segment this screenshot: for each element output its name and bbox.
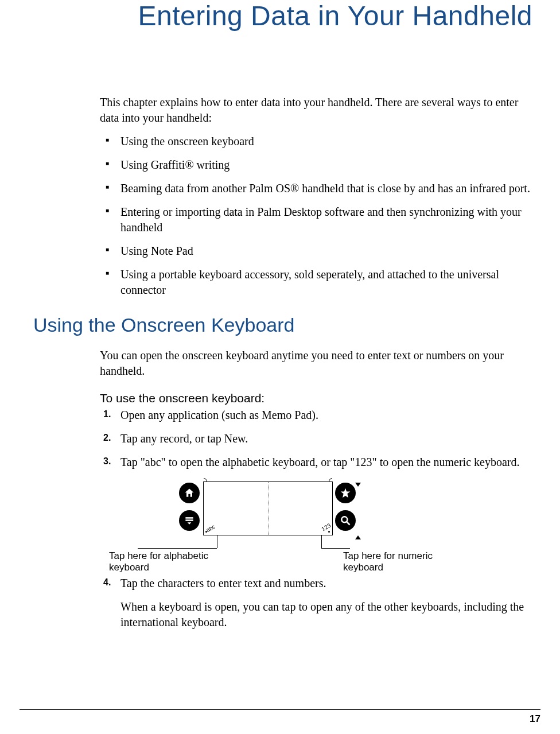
callout-numeric: Tap here for numeric keyboard <box>343 550 469 574</box>
list-item: Entering or importing data in Palm Deskt… <box>120 204 532 235</box>
graffiti-diagram: abc 123 Tap here for alphabetic keyboard… <box>115 478 505 570</box>
step-note: When a keyboard is open, you can tap to … <box>120 599 532 630</box>
step-item: Tap the characters to enter text and num… <box>120 576 532 630</box>
footer-rule <box>20 709 540 710</box>
page-number: 17 <box>530 713 540 725</box>
callout-alphabetic: Tap here for alphabetic keyboard <box>109 550 224 574</box>
scroll-down-indicator-icon <box>355 535 361 539</box>
chapter-title: Entering Data in Your Handheld <box>23 0 532 32</box>
numeric-tap-dot <box>328 531 330 533</box>
list-item: Using a portable keyboard accessory, sol… <box>120 267 532 298</box>
section-heading: Using the Onscreen Keyboard <box>33 314 537 336</box>
list-item: Using Note Pad <box>120 243 532 259</box>
svg-rect-0 <box>185 517 193 519</box>
svg-line-3 <box>347 522 350 525</box>
graffiti-writing-area <box>203 481 333 535</box>
section-intro: You can open the onscreen keyboard anyti… <box>100 348 532 379</box>
list-item: Beaming data from another Palm OS® handh… <box>120 181 532 196</box>
list-item: Using the onscreen keyboard <box>120 134 532 149</box>
home-icon <box>179 483 200 503</box>
callout-line <box>321 535 322 548</box>
favorites-icon <box>335 483 356 503</box>
menu-icon <box>179 510 200 531</box>
svg-point-2 <box>341 516 347 522</box>
find-icon <box>335 510 356 531</box>
list-item: Using Graffiti® writing <box>120 157 532 173</box>
intro-paragraph: This chapter explains how to enter data … <box>100 95 532 126</box>
step-item: Tap "abc" to open the alphabetic keyboar… <box>120 455 532 470</box>
step-item: Tap any record, or tap New. <box>120 431 532 446</box>
intro-bullet-list: Using the onscreen keyboard Using Graffi… <box>100 134 532 298</box>
step-item: Open any application (such as Memo Pad). <box>120 407 532 423</box>
procedure-steps-continued: Tap the characters to enter text and num… <box>100 576 532 630</box>
procedure-heading: To use the onscreen keyboard: <box>100 391 537 405</box>
callout-line <box>138 548 217 549</box>
svg-rect-1 <box>185 519 193 521</box>
procedure-steps: Open any application (such as Memo Pad).… <box>100 407 532 470</box>
step-text: Tap the characters to enter text and num… <box>120 577 326 589</box>
callout-line <box>217 535 217 548</box>
scroll-up-indicator-icon <box>355 483 361 487</box>
callout-line <box>321 548 350 549</box>
